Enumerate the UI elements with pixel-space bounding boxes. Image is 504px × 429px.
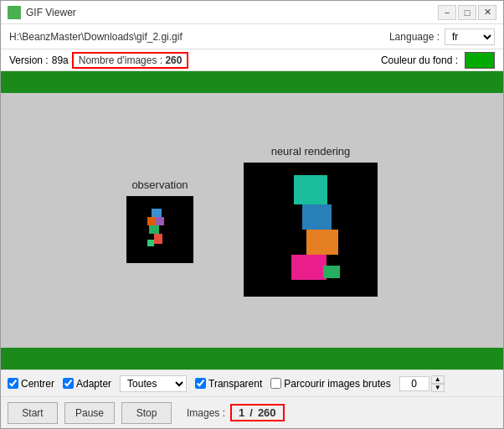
svg-rect-0 bbox=[152, 209, 162, 217]
neural-svg bbox=[256, 167, 365, 292]
center-label: Centrer bbox=[21, 378, 54, 390]
svg-rect-7 bbox=[302, 204, 332, 230]
svg-rect-9 bbox=[291, 255, 327, 280]
spinbox-group: ▲ ▼ bbox=[399, 375, 445, 392]
current-frame: 1 bbox=[239, 406, 244, 419]
images-current-box: 1 / 260 bbox=[230, 404, 285, 421]
total-frames: 260 bbox=[258, 406, 276, 419]
spinbox-buttons: ▲ ▼ bbox=[431, 375, 445, 392]
green-bar-bottom bbox=[1, 348, 503, 370]
main-window: GIF Viewer − □ ✕ H:\BeanzMaster\Download… bbox=[0, 0, 504, 429]
main-content: observation neural rendering bbox=[1, 93, 503, 348]
browse-label: Parcourir images brutes bbox=[284, 378, 390, 390]
version-right: Couleur du fond : bbox=[381, 52, 495, 69]
svg-rect-5 bbox=[147, 240, 154, 246]
adapter-label: Adapter bbox=[76, 378, 111, 390]
version-label: Version : bbox=[9, 54, 49, 66]
spinbox-down-button[interactable]: ▼ bbox=[431, 384, 445, 392]
spinbox-up-button[interactable]: ▲ bbox=[431, 375, 445, 384]
stop-button[interactable]: Stop bbox=[121, 402, 172, 424]
filter-dropdown[interactable]: Toutes Paires Impaires bbox=[120, 375, 187, 392]
transparent-label: Transparent bbox=[208, 378, 262, 390]
title-bar-controls: − □ ✕ bbox=[438, 5, 496, 20]
info-bar: H:\BeanzMaster\Downloads\gif_2.gi.gif La… bbox=[1, 24, 503, 49]
adapter-checkbox[interactable] bbox=[63, 378, 74, 389]
spinbox-input[interactable] bbox=[399, 376, 429, 391]
svg-rect-8 bbox=[306, 230, 338, 255]
images-count-value: 260 bbox=[165, 54, 182, 66]
images-info: Images : 1 / 260 bbox=[187, 404, 285, 421]
language-group: Language : fr en bbox=[389, 28, 495, 45]
center-group: Centrer bbox=[8, 378, 54, 390]
svg-rect-6 bbox=[294, 175, 327, 204]
observation-label: observation bbox=[131, 178, 188, 191]
center-checkbox[interactable] bbox=[8, 378, 18, 389]
title-bar-left: GIF Viewer bbox=[8, 6, 76, 19]
adapter-group: Adapter bbox=[63, 378, 111, 390]
browse-group: Parcourir images brutes bbox=[270, 378, 390, 390]
svg-rect-4 bbox=[154, 234, 162, 244]
observation-svg bbox=[139, 204, 181, 255]
images-count-label: Nombre d'images : bbox=[79, 54, 162, 66]
app-icon bbox=[8, 6, 21, 19]
images-label: Images : bbox=[187, 407, 225, 419]
title-bar: GIF Viewer − □ ✕ bbox=[1, 1, 503, 24]
controls-bar: Centrer Adapter Toutes Paires Impaires T… bbox=[1, 370, 503, 396]
language-select[interactable]: fr en bbox=[445, 28, 495, 45]
observation-frame bbox=[126, 196, 193, 263]
neural-rendering-section: neural rendering bbox=[244, 145, 378, 297]
background-label: Couleur du fond : bbox=[381, 54, 458, 66]
observation-section: observation bbox=[126, 178, 193, 263]
version-value: 89a bbox=[52, 54, 69, 66]
green-bar-top bbox=[1, 71, 503, 93]
svg-rect-3 bbox=[149, 225, 159, 234]
filepath-label: H:\BeanzMaster\Downloads\gif_2.gi.gif bbox=[9, 31, 183, 43]
transparent-group: Transparent bbox=[195, 378, 262, 390]
images-count-box: Nombre d'images : 260 bbox=[72, 52, 189, 69]
pause-button[interactable]: Pause bbox=[64, 402, 115, 424]
version-left: Version : 89a Nombre d'images : 260 bbox=[9, 52, 188, 69]
start-button[interactable]: Start bbox=[8, 402, 58, 424]
buttons-bar: Start Pause Stop Images : 1 / 260 bbox=[1, 396, 503, 428]
browse-checkbox[interactable] bbox=[270, 378, 281, 389]
close-button[interactable]: ✕ bbox=[478, 5, 496, 20]
neural-rendering-label: neural rendering bbox=[271, 145, 351, 158]
transparent-checkbox[interactable] bbox=[195, 378, 206, 389]
background-color-swatch[interactable] bbox=[465, 52, 495, 69]
minimize-button[interactable]: − bbox=[438, 5, 456, 20]
window-title: GIF Viewer bbox=[26, 7, 76, 18]
maximize-button[interactable]: □ bbox=[458, 5, 476, 20]
version-bar: Version : 89a Nombre d'images : 260 Coul… bbox=[1, 49, 503, 71]
svg-rect-10 bbox=[323, 266, 340, 278]
svg-rect-2 bbox=[156, 217, 164, 225]
neural-rendering-frame bbox=[244, 163, 378, 297]
language-label: Language : bbox=[389, 31, 440, 43]
svg-rect-1 bbox=[147, 217, 156, 225]
frame-separator: / bbox=[249, 406, 253, 419]
